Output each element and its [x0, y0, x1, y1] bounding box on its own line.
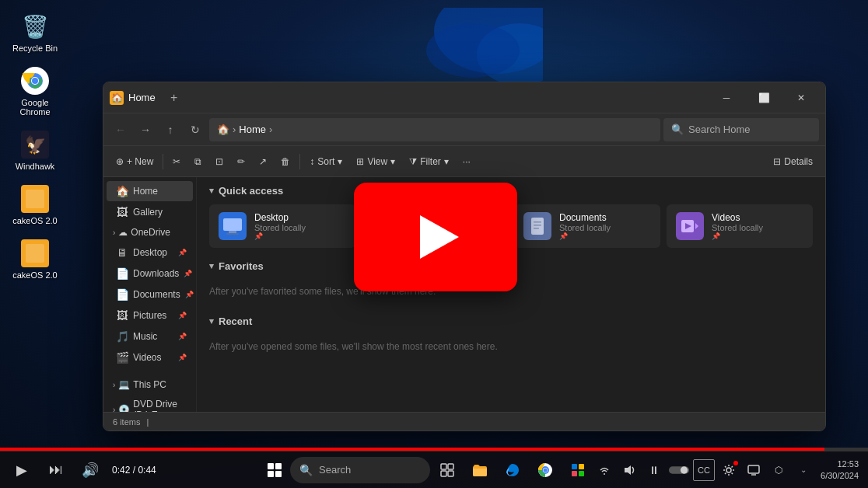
sort-label: Sort: [317, 156, 334, 167]
time-display: 0:42 / 0:44: [112, 465, 156, 476]
sort-button[interactable]: ↕ Sort ▾: [303, 150, 348, 173]
cut-button[interactable]: ✂: [166, 150, 187, 173]
qa-item-videos[interactable]: Videos Stored locally 📌: [667, 204, 813, 248]
view-button[interactable]: ⊞ View ▾: [350, 150, 401, 173]
file-explorer-taskbar-button[interactable]: [464, 455, 495, 486]
sidebar-item-pictures[interactable]: 🖼 Pictures 📌: [107, 305, 193, 326]
network-icon[interactable]: [593, 459, 615, 481]
minimize-button[interactable]: ─: [709, 85, 744, 110]
status-bar: 6 items |: [103, 412, 825, 430]
sidebar-item-thispc[interactable]: › 💻 This PC: [107, 375, 193, 394]
address-path[interactable]: 🏠 › Home ›: [209, 118, 660, 141]
chrome-icon: [19, 65, 51, 96]
share-button[interactable]: ↗: [253, 150, 273, 173]
sort-icon: ↕: [310, 156, 314, 167]
up-button[interactable]: ↑: [159, 119, 181, 141]
taskbar-left: ▶ ⏭ 🔊 0:42 / 0:44: [6, 455, 261, 486]
svg-rect-26: [441, 464, 446, 469]
delete-button[interactable]: 🗑: [275, 150, 296, 173]
paste-button[interactable]: ⊡: [209, 150, 229, 173]
captions-button[interactable]: CC: [693, 459, 715, 481]
cursor-indicator: |: [146, 417, 149, 427]
new-button[interactable]: ⊕ + New: [110, 150, 159, 173]
sidebar: 🏠 Home 🖼 Gallery › ☁ OneDrive 🖥 Desktop …: [103, 177, 197, 412]
taskbar-search-icon: 🔍: [299, 464, 313, 476]
desktop-icon-windhawk[interactable]: 🦅 Windhawk: [8, 126, 62, 174]
window-controls: ─ ⬜ ✕: [709, 85, 819, 110]
play-pause-button[interactable]: ▶: [6, 455, 37, 486]
rename-button[interactable]: ✏: [231, 150, 251, 173]
close-button[interactable]: ✕: [783, 85, 819, 110]
edge-taskbar-button[interactable]: [497, 455, 528, 486]
music-pin-icon: 📌: [178, 333, 187, 340]
desktop-icon-cakeos2[interactable]: cakeOS 2.0: [8, 235, 62, 283]
volume-tray-icon[interactable]: [618, 459, 640, 481]
thispc-sidebar-icon: 💻: [118, 379, 130, 390]
desktop-icon-chrome[interactable]: Google Chrome: [8, 62, 62, 120]
qa-item-documents[interactable]: Documents Stored locally 📌: [514, 204, 660, 248]
chrome-taskbar-button[interactable]: [530, 455, 561, 486]
svg-rect-20: [534, 221, 541, 223]
sidebar-item-downloads[interactable]: 📄 Downloads 📌: [107, 263, 193, 284]
svg-rect-21: [534, 225, 541, 226]
svg-rect-35: [579, 464, 584, 469]
downloads-sidebar-icon: 📄: [116, 267, 128, 280]
sidebar-item-documents[interactable]: 📄 Documents 📌: [107, 284, 193, 305]
recent-empty: After you've opened some files, we'll sh…: [209, 335, 813, 358]
new-tab-button[interactable]: +: [165, 89, 184, 107]
sidebar-item-gallery[interactable]: 🖼 Gallery: [107, 202, 193, 222]
sidebar-item-videos[interactable]: 🎬 Videos 📌: [107, 347, 193, 368]
item-count: 6 items: [113, 417, 140, 427]
sidebar-item-dvddrive[interactable]: › 💿 DVD Drive (D:) E: [107, 395, 193, 412]
more-button[interactable]: ···: [457, 150, 477, 173]
sidebar-item-onedrive[interactable]: › ☁ OneDrive: [107, 223, 193, 242]
search-placeholder: Search Home: [688, 124, 750, 135]
new-icon: ⊕: [116, 156, 124, 167]
quick-access-chevron-icon: ▾: [209, 186, 214, 196]
search-box[interactable]: 🔍 Search Home: [663, 118, 819, 141]
recent-empty-text: After you've opened some files, we'll sh…: [209, 341, 498, 352]
back-button[interactable]: ←: [110, 119, 131, 141]
cast-button[interactable]: ⬡: [768, 459, 789, 481]
volume-button[interactable]: 🔊: [75, 455, 106, 486]
documents-pin-icon: 📌: [185, 291, 194, 298]
gear-icon: [723, 464, 735, 476]
dvd-sidebar-label: DVD Drive (D:) E: [133, 399, 187, 412]
expand-tray-button[interactable]: ⌄: [793, 459, 814, 481]
pause-tray-button[interactable]: ⏸: [643, 459, 665, 481]
sidebar-item-music[interactable]: 🎵 Music 📌: [107, 326, 193, 347]
svg-rect-27: [448, 464, 453, 469]
filter-label: Filter: [420, 156, 441, 167]
windows-logo: [268, 463, 282, 477]
toggle-switch[interactable]: [668, 459, 690, 481]
task-view-button[interactable]: [432, 455, 463, 486]
screen-button[interactable]: [743, 459, 765, 481]
details-button[interactable]: ⊟ Details: [767, 150, 819, 173]
skip-button[interactable]: ⏭: [40, 455, 72, 486]
refresh-button[interactable]: ↻: [184, 119, 206, 141]
youtube-play-button[interactable]: [354, 183, 517, 291]
sidebar-item-desktop[interactable]: 🖥 Desktop 📌: [107, 242, 193, 263]
start-button[interactable]: [261, 456, 289, 484]
pictures-sidebar-icon: 🖼: [116, 309, 128, 322]
filter-button[interactable]: ⧩ Filter ▾: [403, 150, 455, 173]
forward-button[interactable]: →: [135, 119, 156, 141]
pictures-pin-icon: 📌: [178, 312, 187, 319]
taskbar-search[interactable]: 🔍 Search: [290, 457, 430, 483]
taskbar-search-text: Search: [319, 464, 351, 476]
qa-item-desktop[interactable]: Desktop Stored locally 📌: [209, 204, 355, 248]
svg-rect-22: [534, 228, 539, 229]
desktop-icon-recycle-bin[interactable]: 🗑️ Recycle Bin: [8, 8, 62, 56]
desktop-sidebar-icon: 🖥: [116, 246, 128, 259]
maximize-button[interactable]: ⬜: [746, 85, 782, 110]
home-sidebar-label: Home: [133, 186, 158, 197]
qa-documents-pin: 📌: [559, 232, 611, 240]
recent-header[interactable]: ▾ Recent: [209, 315, 813, 327]
system-clock[interactable]: 12:53 6/30/2024: [817, 457, 862, 483]
copy-button[interactable]: ⧉: [188, 150, 208, 173]
qa-desktop-sub: Stored locally: [254, 223, 306, 232]
settings-tray-button[interactable]: [718, 459, 740, 481]
sidebar-item-home[interactable]: 🏠 Home: [107, 181, 193, 201]
desktop-icon-cakeos1[interactable]: cakeOS 2.0: [8, 180, 62, 228]
store-taskbar-button[interactable]: [562, 455, 593, 486]
